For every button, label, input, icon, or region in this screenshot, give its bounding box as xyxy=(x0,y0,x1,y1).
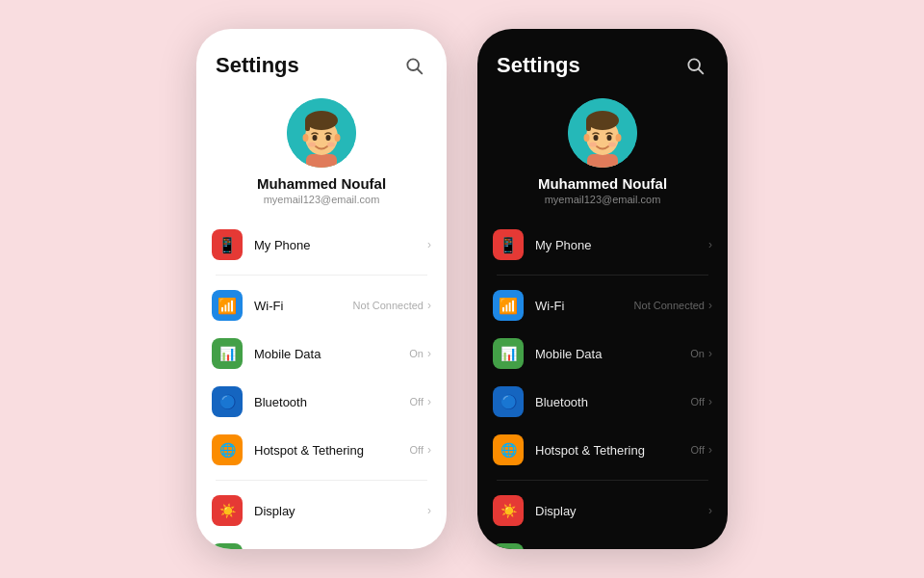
divider1-dark xyxy=(497,275,708,276)
settings-list-dark: 📱 My Phone › 📶 Wi-Fi Not Connected › xyxy=(477,221,728,549)
mobile-data-icon-light: 📊 xyxy=(212,338,243,369)
bluetooth-status-dark: Off xyxy=(691,396,705,407)
my-phone-icon-light: 📱 xyxy=(212,229,243,260)
divider1-light xyxy=(216,275,427,276)
search-button-light[interactable] xyxy=(400,52,427,79)
svg-point-24 xyxy=(594,135,599,141)
phone-dark: Settings xyxy=(477,29,728,549)
bluetooth-icon-light: 🔵 xyxy=(212,386,243,417)
svg-rect-4 xyxy=(306,154,337,168)
settings-title-dark: Settings xyxy=(497,53,580,78)
item-my-phone-light[interactable]: 📱 My Phone › xyxy=(196,221,447,269)
group-display-light: ☀️ Display › 🔒 Lock Screen › 🔔 xyxy=(196,486,447,549)
profile-name-dark: Muhammed Noufal xyxy=(538,175,667,192)
divider2-light xyxy=(216,480,427,481)
item-bluetooth-light[interactable]: 🔵 Bluetooth Off › xyxy=(196,378,447,426)
svg-point-13 xyxy=(327,143,335,147)
hotspot-label-dark: Hotspot & Tethering xyxy=(535,443,645,458)
svg-point-23 xyxy=(616,134,622,142)
item-wifi-dark[interactable]: 📶 Wi-Fi Not Connected › xyxy=(477,281,728,329)
svg-point-11 xyxy=(326,135,331,141)
profile-email-light: myemail123@email.com xyxy=(264,194,380,205)
svg-point-22 xyxy=(584,134,590,142)
svg-rect-7 xyxy=(305,119,310,131)
profile-email-dark: myemail123@email.com xyxy=(545,194,661,205)
display-icon-light: ☀️ xyxy=(212,495,243,526)
mobile-data-label-dark: Mobile Data xyxy=(535,347,602,361)
svg-point-12 xyxy=(308,143,316,147)
wifi-label-dark: Wi-Fi xyxy=(535,299,564,313)
mobile-data-status-dark: On xyxy=(690,348,705,359)
item-bluetooth-dark[interactable]: 🔵 Bluetooth Off › xyxy=(477,378,728,426)
my-phone-icon-dark: 📱 xyxy=(493,229,524,260)
profile-name-light: Muhammed Noufal xyxy=(257,175,386,192)
settings-title-light: Settings xyxy=(216,53,299,78)
svg-point-10 xyxy=(313,135,318,141)
hotspot-status-dark: Off xyxy=(691,444,705,456)
svg-point-6 xyxy=(305,111,338,130)
my-phone-content-light: My Phone › xyxy=(254,238,431,252)
item-hotspot-light[interactable]: 🌐 Hotspot & Tethering Off › xyxy=(196,426,447,474)
wifi-status-dark: Not Connected xyxy=(634,300,705,311)
profile-section-light: Muhammed Noufal myemail123@email.com xyxy=(196,89,447,221)
item-display-dark[interactable]: ☀️ Display › xyxy=(477,486,728,535)
svg-rect-18 xyxy=(587,154,618,168)
svg-rect-21 xyxy=(586,119,591,131)
lock-screen-icon-dark: 🔒 xyxy=(493,543,524,549)
svg-point-26 xyxy=(589,143,597,147)
svg-point-9 xyxy=(335,134,341,142)
item-lock-screen-dark[interactable]: 🔒 Lock Screen › xyxy=(477,535,728,549)
wifi-icon-light: 📶 xyxy=(212,290,243,321)
my-phone-chevron-light: › xyxy=(427,238,431,251)
profile-section-dark: Muhammed Noufal myemail123@email.com xyxy=(477,89,728,221)
item-display-light[interactable]: ☀️ Display › xyxy=(196,486,447,535)
bluetooth-label-dark: Bluetooth xyxy=(535,395,588,409)
item-my-phone-dark[interactable]: 📱 My Phone › xyxy=(477,221,728,269)
group-connectivity-light: 📶 Wi-Fi Not Connected › 📊 Mobile Data On… xyxy=(196,281,447,474)
avatar-light[interactable] xyxy=(287,98,356,168)
phone-light: Settings xyxy=(196,29,447,549)
my-phone-label-light: My Phone xyxy=(254,238,311,252)
group-phone-dark: 📱 My Phone › xyxy=(477,221,728,269)
group-connectivity-dark: 📶 Wi-Fi Not Connected › 📊 Mobile Data On… xyxy=(477,281,728,474)
hotspot-icon-dark: 🌐 xyxy=(493,434,524,465)
settings-header-dark: Settings xyxy=(477,29,728,89)
svg-point-25 xyxy=(607,135,612,141)
display-icon-dark: ☀️ xyxy=(493,495,524,526)
bluetooth-label-light: Bluetooth xyxy=(254,395,307,409)
avatar-dark[interactable] xyxy=(568,98,637,168)
wifi-label-light: Wi-Fi xyxy=(254,299,283,313)
display-label-dark: Display xyxy=(535,504,577,518)
group-phone-light: 📱 My Phone › xyxy=(196,221,447,269)
bluetooth-icon-dark: 🔵 xyxy=(493,386,524,417)
group-display-dark: ☀️ Display › 🔒 Lock Screen › 🔔 xyxy=(477,486,728,549)
svg-point-8 xyxy=(303,134,309,142)
divider2-dark xyxy=(497,480,708,481)
svg-point-20 xyxy=(586,111,619,130)
my-phone-label-dark: My Phone xyxy=(535,238,592,252)
svg-line-15 xyxy=(699,69,704,74)
display-label-light: Display xyxy=(254,504,295,518)
wifi-status-light: Not Connected xyxy=(353,300,424,311)
wifi-icon-dark: 📶 xyxy=(493,290,524,321)
svg-line-1 xyxy=(418,69,423,74)
mobile-data-label-light: Mobile Data xyxy=(254,347,321,361)
item-mobile-data-light[interactable]: 📊 Mobile Data On › xyxy=(196,329,447,378)
settings-list-light: 📱 My Phone › 📶 Wi-Fi Not Connected › xyxy=(196,221,447,549)
mobile-data-status-light: On xyxy=(409,348,424,359)
item-wifi-light[interactable]: 📶 Wi-Fi Not Connected › xyxy=(196,281,447,329)
svg-point-27 xyxy=(608,143,616,147)
item-mobile-data-dark[interactable]: 📊 Mobile Data On › xyxy=(477,329,728,378)
hotspot-status-light: Off xyxy=(410,444,424,456)
item-hotspot-dark[interactable]: 🌐 Hotspot & Tethering Off › xyxy=(477,426,728,474)
lock-screen-icon-light: 🔒 xyxy=(212,543,243,549)
hotspot-icon-light: 🌐 xyxy=(212,434,243,465)
mobile-data-icon-dark: 📊 xyxy=(493,338,524,369)
bluetooth-status-light: Off xyxy=(410,396,424,407)
hotspot-label-light: Hotspot & Tethering xyxy=(254,443,364,458)
search-button-dark[interactable] xyxy=(681,52,708,79)
settings-header-light: Settings xyxy=(196,29,447,89)
item-lock-screen-light[interactable]: 🔒 Lock Screen › xyxy=(196,535,447,549)
